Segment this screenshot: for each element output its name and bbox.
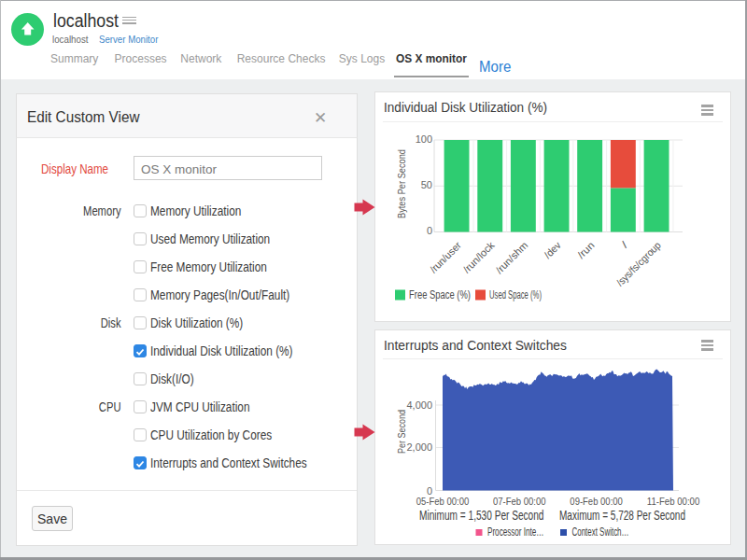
svg-text:Context Switch…: Context Switch…: [572, 525, 629, 539]
svg-text:05-Feb 00:00: 05-Feb 00:00: [416, 496, 470, 507]
svg-text:09-Feb 00:00: 09-Feb 00:00: [570, 496, 623, 507]
svg-text:Bytes Per Second: Bytes Per Second: [396, 149, 407, 218]
svg-text:/sys/fs/cgroup: /sys/fs/cgroup: [614, 239, 663, 287]
svg-text:Per Second: Per Second: [396, 410, 407, 454]
svg-text:/run/user: /run/user: [428, 239, 463, 274]
svg-text:/run/lock: /run/lock: [460, 239, 497, 275]
svg-text:Minimum = 1,530 Per Second: Minimum = 1,530 Per Second: [419, 508, 544, 523]
svg-text:07-Feb 00:00: 07-Feb 00:00: [493, 496, 546, 507]
svg-text:Maximum = 5,728 Per Second: Maximum = 5,728 Per Second: [559, 508, 685, 523]
svg-text:100: 100: [416, 133, 432, 145]
svg-text:50: 50: [421, 179, 432, 190]
svg-text:/dev: /dev: [542, 239, 563, 260]
svg-text:/run: /run: [575, 239, 597, 260]
svg-text:/: /: [619, 239, 630, 250]
svg-text:Used Space (%): Used Space (%): [489, 288, 542, 301]
svg-text:11-Feb 00:00: 11-Feb 00:00: [647, 496, 700, 507]
svg-text:2,000: 2,000: [406, 441, 432, 453]
svg-text:/run/shm: /run/shm: [493, 239, 529, 275]
svg-text:4,000: 4,000: [406, 399, 432, 411]
svg-text:Processor Inte…: Processor Inte…: [487, 525, 544, 539]
svg-text:Free Space (%): Free Space (%): [409, 288, 471, 301]
svg-text:0: 0: [427, 225, 432, 236]
